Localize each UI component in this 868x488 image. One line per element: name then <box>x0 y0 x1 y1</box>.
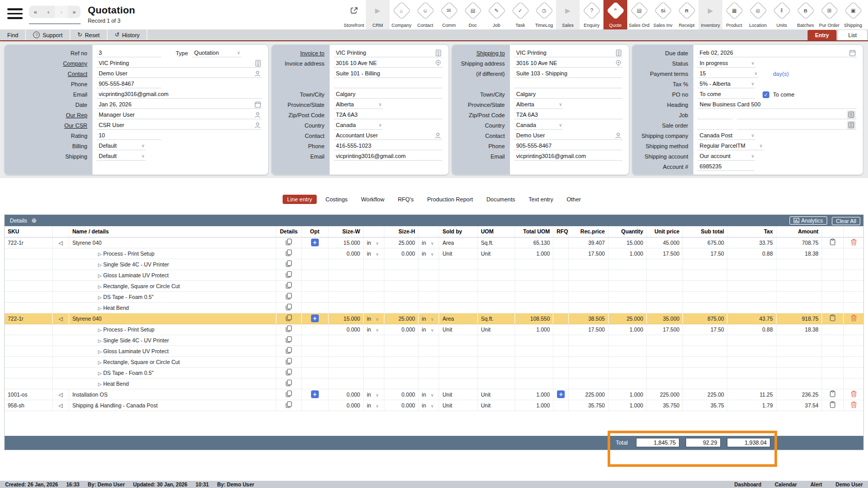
text-field-phone[interactable]: 416-555-1023 <box>334 142 442 150</box>
line-subitem-row[interactable]: ▷Rectangle, Square or Circle Cut <box>5 280 863 291</box>
person-lookup-icon[interactable] <box>254 112 261 118</box>
select-field-status[interactable]: In progress∨ <box>698 59 755 68</box>
text-field-sale-order[interactable] <box>737 121 857 130</box>
select-field-payment-terms[interactable]: 15∨ <box>698 70 758 78</box>
size-w-unit-select[interactable]: in ∨ <box>363 248 384 259</box>
col-header-sold-by[interactable]: Sold by <box>439 226 477 237</box>
field-label-company[interactable]: Company <box>5 60 92 67</box>
tab-rfq-s[interactable]: RFQ's <box>393 195 419 204</box>
text-field-field[interactable] <box>334 80 442 88</box>
size-w-unit-select[interactable]: in ∨ <box>363 237 384 248</box>
building-lookup-icon[interactable] <box>616 50 622 56</box>
details-copy-icon[interactable] <box>276 259 301 270</box>
add-line-icon[interactable]: ⊕ <box>32 217 37 224</box>
select-field-shipping[interactable]: Default∨ <box>97 152 146 161</box>
clear-all-button[interactable]: Clear All <box>832 217 860 225</box>
menu-item-history[interactable]: ↺History <box>107 29 147 40</box>
line-subitem-row[interactable]: ▷Heat Bend <box>5 378 863 389</box>
size-w-unit-select[interactable]: in ∨ <box>363 324 384 335</box>
toolbar-pur-order[interactable]: ⊞Pur Order <box>817 0 841 29</box>
toolbar-company[interactable]: ⌂Company <box>390 0 413 29</box>
line-subitem-row[interactable]: ▷Single Side 4C - UV Printer <box>5 259 863 270</box>
col-header-size-w[interactable]: Size-W <box>328 226 363 237</box>
text-field-job[interactable] <box>737 111 857 119</box>
line-subitem-row[interactable]: ▷Gloss Laminate UV Protect <box>5 270 863 280</box>
expand-arrow-icon[interactable]: ▷ <box>98 371 102 376</box>
text-field-field[interactable] <box>514 80 623 88</box>
toolbar-sales[interactable]: ▶Sales <box>556 0 580 29</box>
history-clipboard-icon[interactable] <box>822 389 844 400</box>
line-subitem-row[interactable]: ▷Process - Print Setup0.000in ∨0.000in ∨… <box>5 248 863 259</box>
delete-row-icon[interactable] <box>844 313 863 324</box>
delete-row-icon[interactable] <box>844 400 863 411</box>
col-header-amount[interactable]: Amount <box>776 226 822 237</box>
details-copy-icon[interactable] <box>276 280 301 291</box>
history-clipboard-icon[interactable] <box>822 237 844 248</box>
col-header-unit-price[interactable]: Unit price <box>646 226 683 237</box>
text-field-job[interactable] <box>698 111 733 119</box>
last-record-button[interactable]: » <box>68 6 81 18</box>
expand-arrow-icon[interactable]: ▷ <box>98 382 102 387</box>
person-lookup-icon[interactable] <box>254 70 261 77</box>
line-subitem-row[interactable]: ▷Gloss Laminate UV Protect <box>5 345 863 356</box>
text-field-contact[interactable]: Demo User <box>97 70 262 78</box>
text-field-rating[interactable]: 10 <box>97 132 161 140</box>
text-field-sale-order[interactable] <box>698 121 733 130</box>
details-copy-icon[interactable] <box>276 400 301 411</box>
col-header-tax[interactable]: Tax <box>727 226 776 237</box>
toolbar-inventory[interactable]: ▶Inventory <box>699 0 722 29</box>
text-field-due-date[interactable]: Feb 02, 2026 <box>698 49 857 57</box>
list-lookup-button[interactable] <box>847 111 856 119</box>
toolbar-comm[interactable]: ✉Comm <box>437 0 461 29</box>
size-h-unit-select[interactable]: in ∨ <box>419 400 439 411</box>
select-field-country[interactable]: Canada∨ <box>514 121 563 130</box>
building-lookup-icon[interactable] <box>436 50 441 56</box>
col-header-details[interactable]: Details <box>276 226 301 237</box>
size-h-unit-select[interactable]: in ∨ <box>419 237 439 248</box>
text-field-date[interactable]: Jan 26, 2026 <box>97 101 262 109</box>
line-item-row[interactable]: 722-1r◁Styrene 040+15.000in ∨25.000in ∨A… <box>5 313 863 324</box>
expand-arrow-icon[interactable]: ▷ <box>98 273 102 278</box>
line-item-row[interactable]: 1001-os◁Installation OS+0.000in ∨0.000in… <box>5 389 863 400</box>
expand-arrow-icon[interactable]: ▷ <box>98 360 102 365</box>
tab-documents[interactable]: Documents <box>482 195 520 204</box>
rfq-add-button[interactable]: + <box>557 390 565 398</box>
expand-arrow-icon[interactable]: ▷ <box>98 338 102 343</box>
expand-arrow-icon[interactable]: ▷ <box>98 295 102 300</box>
toolbar-storefront[interactable]: Storefront <box>342 0 366 29</box>
col-header-uom[interactable]: UOM <box>477 226 515 237</box>
select-field-country[interactable]: Canada∨ <box>334 121 383 130</box>
col-header-name-details[interactable]: Name / details <box>69 226 276 237</box>
status-link-dashboard[interactable]: Dashboard <box>734 482 761 487</box>
toolbar-batches[interactable]: BBatches <box>794 0 817 29</box>
text-field-zip-post-code[interactable]: T2A 6A3 <box>334 111 442 119</box>
checkbox[interactable]: ✓ <box>763 91 769 98</box>
details-copy-icon[interactable] <box>276 237 301 248</box>
text-field-town-city[interactable]: Calgary <box>334 90 442 99</box>
toolbar-receipt[interactable]: RReceipt <box>675 0 699 29</box>
toolbar-doc[interactable]: ▤Doc <box>461 0 485 29</box>
details-copy-icon[interactable] <box>276 367 301 378</box>
select-field-shipping-method[interactable]: Regular ParcelTM∨ <box>698 142 764 150</box>
text-field-email[interactable]: vicprinting3016@gmail.com <box>334 152 442 161</box>
delete-row-icon[interactable] <box>844 389 863 400</box>
expand-arrow-icon[interactable]: ▷ <box>98 327 102 333</box>
field-label-invoice-to[interactable]: Invoice to <box>272 50 330 56</box>
text-field-po-no[interactable]: To come <box>698 90 754 99</box>
col-header-size-h[interactable]: Size-H <box>384 226 419 237</box>
toolbar-location[interactable]: ◎Location <box>746 0 770 29</box>
text-field-town-city[interactable]: Calgary <box>514 90 623 99</box>
line-subitem-row[interactable]: ▷Process - Print Setup0.000in ∨0.000in ∨… <box>5 324 863 335</box>
status-link-alert[interactable]: Alert <box>810 482 822 487</box>
next-record-button[interactable]: › <box>55 6 68 18</box>
collapse-arrow-icon[interactable]: ◁ <box>52 313 69 324</box>
details-copy-icon[interactable] <box>276 291 301 302</box>
toolbar-task[interactable]: ✓Task <box>508 0 532 29</box>
text-field-phone[interactable]: 905-555-8467 <box>514 142 623 150</box>
analytics-button[interactable]: Analytics <box>789 216 827 225</box>
col-header-rec-price[interactable]: Rec.price <box>569 226 608 237</box>
details-copy-icon[interactable] <box>276 324 301 335</box>
text-field-field[interactable]: Suite 101 - Billing <box>334 70 442 78</box>
text-field-phone[interactable]: 905-555-8467 <box>97 80 161 88</box>
col-header-total-uom[interactable]: Total UOM <box>515 226 553 237</box>
